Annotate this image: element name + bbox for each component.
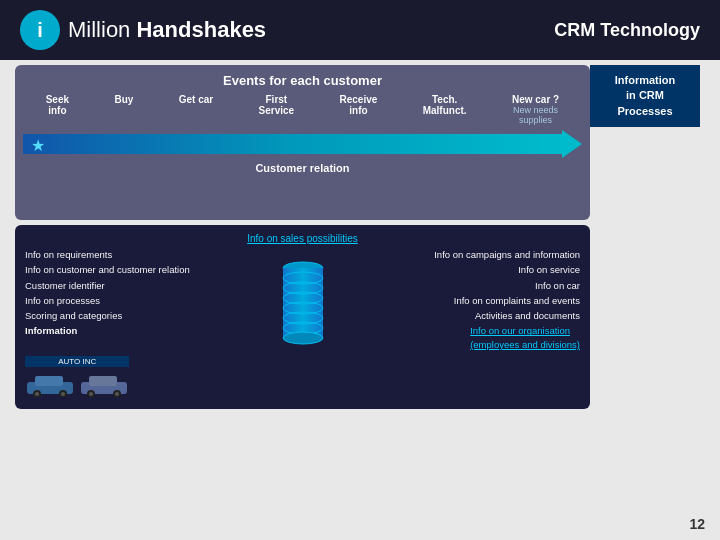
db-section: Info on sales possibilities Info on requ…: [15, 225, 590, 409]
car-icon-1: [25, 372, 75, 397]
svg-point-14: [61, 392, 65, 396]
db-row-2: Info on customer and customer relation I…: [25, 263, 580, 276]
info-box-crm: Information in CRM Processes: [590, 65, 700, 127]
timeline-row: Seek info Buy Get car First Service Rece…: [23, 94, 582, 126]
arrow-tip: [562, 130, 582, 158]
db-processes: Info on processes: [25, 294, 100, 307]
svg-rect-16: [89, 376, 117, 386]
db-service: Info on service: [518, 263, 580, 276]
db-requirements: Info on requirements: [25, 248, 112, 261]
logo-bold: Handshakes: [136, 17, 266, 42]
logo-million: Million: [68, 17, 130, 42]
star-icon: ★: [31, 136, 45, 155]
timeline-getcar: Get car: [179, 94, 213, 115]
auto-badge: AUTO INC: [25, 356, 129, 367]
svg-point-20: [115, 392, 119, 396]
logo-area: i Million Handshakes: [20, 10, 266, 50]
db-row-5: Scoring and categories Activities and do…: [25, 309, 580, 322]
crm-title: CRM Technology: [554, 20, 700, 41]
db-row-6: Information Info on our organisation(emp…: [25, 324, 580, 351]
svg-point-19: [89, 392, 93, 396]
svg-rect-10: [35, 376, 63, 386]
db-row-1: Info on requirements Info on campaigns a…: [25, 248, 580, 261]
db-car: Info on car: [535, 279, 580, 292]
arrow-fill: ★: [23, 134, 562, 154]
bottom-row: AUTO INC: [25, 356, 580, 401]
events-container: Events for each customer Seek info Buy G…: [15, 65, 590, 220]
info-line1: Information: [602, 73, 688, 88]
events-title: Events for each customer: [23, 73, 582, 88]
info-line2: in CRM: [602, 88, 688, 103]
db-organisation: Info on our organisation(employees and d…: [470, 324, 580, 351]
timeline-receiveinfo: Receive info: [340, 94, 378, 116]
db-row-4: Info on processes Info on complaints and…: [25, 294, 580, 307]
info-line3: Processes: [602, 104, 688, 119]
logo-icon: i: [20, 10, 60, 50]
logo-text: Million Handshakes: [68, 17, 266, 43]
timeline-techmalfunct: Tech. Malfunct.: [423, 94, 467, 116]
db-complaints: Info on complaints and events: [454, 294, 580, 307]
timeline-buy2: Buy: [114, 94, 133, 115]
main-layout: Events for each customer Seek info Buy G…: [15, 65, 590, 530]
sales-info-label: Info on sales possibilities: [25, 233, 580, 244]
db-row-3: Customer identifier Info on car: [25, 279, 580, 292]
db-campaigns: Info on campaigns and information: [434, 248, 580, 261]
info-col-left: Info on requirements Info on campaigns a…: [25, 248, 580, 351]
page-number: 12: [689, 516, 705, 532]
db-activities: Activities and documents: [475, 309, 580, 322]
customer-relation-label: Customer relation: [23, 162, 582, 174]
info-grid-wrapper: Info on requirements Info on campaigns a…: [25, 248, 580, 351]
header: i Million Handshakes CRM Technology: [0, 0, 720, 60]
db-scoring: Scoring and categories: [25, 309, 122, 322]
car-icons: AUTO INC: [25, 356, 129, 401]
timeline-buy: Seek info: [46, 94, 69, 126]
db-customer-relation: Info on customer and customer relation: [25, 263, 190, 276]
svg-point-13: [35, 392, 39, 396]
arrow-track: ★: [23, 130, 582, 158]
car-icon-2: [79, 372, 129, 397]
timeline-newcar: New car ? New needs supplies: [512, 94, 559, 125]
timeline-firstservice: First Service: [259, 94, 295, 116]
db-information: Information: [25, 324, 77, 351]
db-identifier: Customer identifier: [25, 279, 105, 292]
